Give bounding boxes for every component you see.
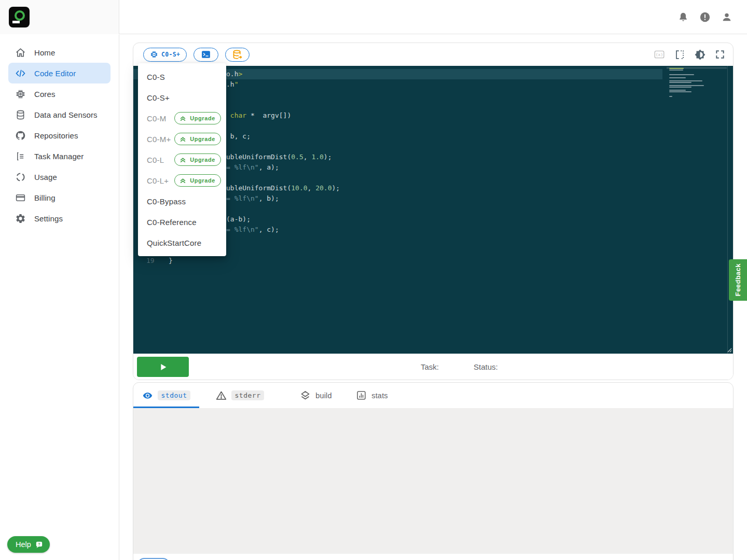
notifications-bell-icon[interactable] — [677, 11, 689, 23]
sidebar-item-label: Settings — [34, 214, 63, 223]
sidebar-item-data-and-sensors[interactable]: Data and Sensors — [8, 104, 110, 125]
core-menu-item-label: C0-M+ — [147, 135, 171, 144]
sidebar-item-settings[interactable]: Settings — [8, 208, 110, 229]
chevrons-up-icon — [179, 135, 187, 143]
sidebar-item-label: Usage — [34, 173, 57, 181]
sidebar-item-label: Home — [34, 48, 55, 57]
core-menu-item-quickstartcore[interactable]: QuickStartCore — [138, 232, 226, 253]
core-menu-item-c0-bypass[interactable]: C0-Bypass — [138, 191, 226, 212]
output-action-button[interactable] — [137, 558, 170, 560]
editor-toolbar: C0-S+ (x) — [133, 43, 733, 66]
core-selector-button[interactable]: C0-S+ — [143, 48, 187, 62]
tab-stats[interactable]: stats — [344, 383, 399, 408]
resize-handle-icon[interactable] — [726, 346, 732, 353]
core-menu-item-c0-s[interactable]: C0-S — [138, 66, 226, 87]
core-menu-item-c0-reference[interactable]: C0-Reference — [138, 212, 226, 232]
account-icon[interactable] — [721, 11, 732, 23]
header-logo-area — [0, 0, 119, 34]
top-header — [0, 0, 747, 34]
sidebar-item-label: Billing — [34, 193, 56, 202]
output-panel: stdout stderr build stats — [133, 382, 734, 560]
play-icon — [157, 361, 169, 373]
stdout-output-area[interactable] — [133, 408, 733, 554]
github-icon — [15, 130, 26, 141]
run-button[interactable] — [137, 357, 189, 377]
bar-chart-icon — [356, 390, 367, 401]
warning-triangle-icon — [216, 390, 227, 401]
svg-text:?: ? — [38, 542, 40, 547]
sidebar-item-usage[interactable]: Usage — [8, 166, 110, 187]
variables-icon[interactable]: (x) — [654, 49, 665, 60]
sidebar-item-label: Task Manager — [34, 152, 84, 161]
task-label: Task: — [421, 362, 439, 371]
tab-stderr[interactable]: stderr — [207, 383, 273, 408]
theme-toggle-icon[interactable] — [694, 49, 706, 60]
data-export-button[interactable] — [225, 48, 250, 62]
code-icon — [15, 67, 26, 79]
sidebar-item-billing[interactable]: Billing — [8, 187, 110, 208]
core-menu-item-label: C0-Reference — [147, 218, 197, 227]
eye-icon — [142, 390, 153, 401]
alerts-icon[interactable] — [699, 11, 711, 23]
gear-icon — [15, 213, 26, 224]
core-menu-item-label: C0-L+ — [147, 176, 169, 185]
help-button[interactable]: Help ? — [7, 536, 50, 553]
sidebar-item-code-editor[interactable]: Code Editor — [8, 63, 110, 83]
tab-stdout[interactable]: stdout — [133, 383, 199, 408]
chevrons-up-icon — [179, 177, 187, 185]
svg-text:(x): (x) — [656, 52, 663, 57]
home-icon — [15, 47, 26, 58]
core-menu-item-label: C0-L — [147, 156, 164, 164]
core-menu-item-label: QuickStartCore — [147, 239, 201, 247]
tab-label: stats — [371, 391, 388, 400]
chip-icon — [150, 50, 158, 59]
upgrade-button[interactable]: Upgrade — [174, 174, 221, 187]
tab-label: stderr — [231, 390, 265, 400]
signaloid-logo[interactable] — [9, 7, 30, 27]
output-tabbar: stdout stderr build stats — [133, 383, 733, 408]
upgrade-button[interactable]: Upgrade — [174, 153, 221, 166]
chip-icon — [15, 88, 26, 100]
sidebar-item-repositories[interactable]: Repositories — [8, 125, 110, 146]
help-question-icon: ? — [35, 540, 44, 549]
editor-scrollbar[interactable] — [727, 66, 733, 354]
chevrons-up-icon — [179, 115, 187, 122]
sidebar-item-label: Cores — [34, 90, 56, 99]
sidebar: Home Code Editor Cores Data and Sensors — [0, 35, 119, 560]
terminal-button[interactable] — [193, 48, 218, 62]
database-out-icon — [232, 49, 243, 60]
run-bar: Task: Status: — [133, 354, 733, 380]
minimap[interactable] — [667, 67, 727, 171]
layers-icon — [300, 390, 311, 401]
core-menu-item-c0-l[interactable]: C0-L Upgrade — [138, 149, 226, 170]
sidebar-item-cores[interactable]: Cores — [8, 83, 110, 104]
core-menu-item-c0-s-plus[interactable]: C0-S+ — [138, 87, 226, 108]
sidebar-item-label: Data and Sensors — [34, 110, 98, 119]
status-label: Status: — [474, 362, 498, 371]
credit-card-icon — [15, 192, 26, 203]
upgrade-button[interactable]: Upgrade — [174, 112, 221, 124]
sidebar-item-task-manager[interactable]: Task Manager — [8, 146, 110, 166]
upgrade-button[interactable]: Upgrade — [174, 133, 221, 145]
core-menu-item-label: C0-Bypass — [147, 197, 186, 206]
core-menu-item-label: C0-M — [147, 114, 166, 123]
fullscreen-icon[interactable] — [714, 49, 726, 60]
core-selector-label: C0-S+ — [161, 51, 180, 58]
feedback-tab-label: Feedback — [734, 263, 742, 296]
task-list-icon — [15, 150, 26, 162]
feedback-tab[interactable]: Feedback — [729, 259, 747, 301]
core-menu-item-c0-m-plus[interactable]: C0-M+ Upgrade — [138, 129, 226, 149]
core-selector-menu: C0-S C0-S+ C0-M Upgrade C0-M+ Upgrade C0… — [138, 63, 226, 256]
terminal-icon — [200, 50, 212, 59]
core-menu-item-label: C0-S+ — [147, 93, 170, 102]
core-menu-item-c0-m[interactable]: C0-M Upgrade — [138, 108, 226, 129]
database-icon — [15, 109, 26, 120]
split-editor-icon[interactable] — [674, 49, 685, 60]
app-window: Home Code Editor Cores Data and Sensors — [0, 0, 747, 560]
sidebar-item-label: Code Editor — [34, 69, 76, 78]
tab-build[interactable]: build — [287, 383, 344, 408]
chevrons-up-icon — [179, 156, 187, 164]
core-menu-item-label: C0-S — [147, 73, 165, 81]
sidebar-item-home[interactable]: Home — [8, 42, 110, 63]
core-menu-item-c0-l-plus[interactable]: C0-L+ Upgrade — [138, 170, 226, 191]
